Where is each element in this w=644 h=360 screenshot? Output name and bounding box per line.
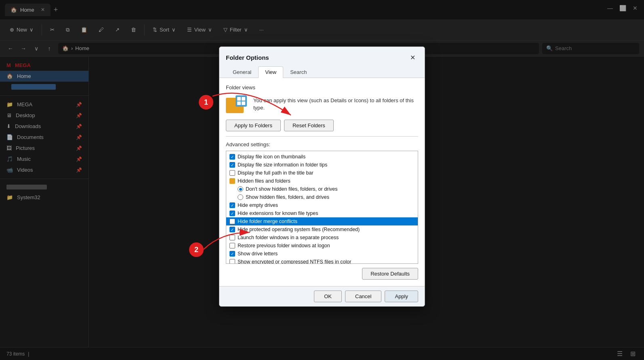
- settings-item-label: Hide folder merge conflicts: [238, 219, 297, 224]
- settings-item-label: Hidden files and folders: [238, 178, 290, 184]
- settings-item-label: Hide extensions for known file types: [238, 211, 318, 216]
- folder-views-desc: You can apply this view (such as Details…: [253, 97, 418, 112]
- checkbox-icon: ✓: [229, 251, 235, 257]
- settings-item-label: Launch folder windows in a separate proc…: [238, 235, 339, 240]
- tab-general[interactable]: General: [226, 66, 258, 78]
- cancel-btn[interactable]: Cancel: [345, 291, 381, 302]
- checkbox-icon: [229, 219, 235, 224]
- restore-defaults-btn[interactable]: Restore Defaults: [362, 268, 418, 280]
- settings-item-label: Restore previous folder windows at logon: [238, 243, 330, 248]
- tab-search[interactable]: Search: [283, 66, 314, 78]
- checkbox-icon: ✓: [229, 162, 235, 168]
- settings-item-label: Show drive letters: [238, 251, 278, 257]
- settings-item[interactable]: Display the full path in the title bar: [226, 169, 418, 177]
- settings-item[interactable]: Show encrypted or compressed NTFS files …: [226, 258, 418, 264]
- settings-item[interactable]: ✓Hide protected operating system files (…: [226, 225, 418, 234]
- settings-item[interactable]: Don't show hidden files, folders, or dri…: [226, 185, 418, 193]
- settings-item-label: Show encrypted or compressed NTFS files …: [238, 259, 351, 264]
- checkbox-icon: ✓: [229, 154, 235, 160]
- dialog-title: Folder Options: [226, 54, 269, 61]
- folder-icon-grid: [236, 95, 247, 107]
- settings-item[interactable]: Hidden files and folders: [226, 177, 418, 185]
- settings-item[interactable]: Launch folder windows in a separate proc…: [226, 234, 418, 242]
- dialog-tabs: General View Search: [219, 63, 425, 78]
- checkbox-icon: ✓: [229, 227, 235, 232]
- reset-folders-btn[interactable]: Reset Folders: [284, 120, 334, 131]
- settings-item-label: Display file icon on thumbnails: [238, 154, 305, 160]
- settings-item[interactable]: Show hidden files, folders, and drives: [226, 193, 418, 201]
- settings-list[interactable]: ✓Display file icon on thumbnails✓Display…: [226, 151, 418, 264]
- apply-btn[interactable]: Apply: [385, 291, 418, 302]
- folder-views-row: You can apply this view (such as Details…: [226, 95, 418, 113]
- checkbox-icon: ✓: [229, 202, 235, 208]
- settings-item[interactable]: ✓Display file icon on thumbnails: [226, 153, 418, 161]
- settings-container: ✓Display file icon on thumbnails✓Display…: [226, 151, 418, 264]
- checkbox-icon: [229, 235, 235, 240]
- settings-item-label: Don't show hidden files, folders, or dri…: [246, 186, 338, 192]
- settings-item[interactable]: ✓Hide empty drives: [226, 201, 418, 209]
- dialog-content: Folder views You can apply this view (su…: [219, 78, 425, 286]
- settings-item-label: Display the full path in the title bar: [238, 170, 314, 176]
- folder-views-buttons: Apply to Folders Reset Folders: [226, 120, 418, 131]
- tab-view[interactable]: View: [258, 66, 283, 78]
- settings-item[interactable]: Restore previous folder windows at logon: [226, 242, 418, 250]
- dialog-titlebar: Folder Options ✕: [219, 47, 425, 63]
- checkbox-icon: ✓: [229, 211, 235, 216]
- radio-icon: [238, 194, 243, 200]
- checkbox-icon: [229, 170, 235, 176]
- settings-item[interactable]: ✓Hide extensions for known file types: [226, 209, 418, 217]
- settings-item-label: Display file size information in folder …: [238, 162, 327, 168]
- folder-options-dialog: Folder Options ✕ General View Search Fol…: [219, 46, 425, 307]
- settings-item-label: Hide protected operating system files (R…: [238, 227, 360, 232]
- settings-item-label: Hide empty drives: [238, 202, 278, 208]
- folder-views-label: Folder views: [226, 84, 418, 91]
- dialog-footer: OK Cancel Apply: [219, 286, 425, 306]
- settings-item-label: Show hidden files, folders, and drives: [246, 194, 329, 200]
- settings-item[interactable]: ✓Display file size information in folder…: [226, 161, 418, 169]
- checkbox-icon: [229, 259, 235, 264]
- apply-to-folders-btn[interactable]: Apply to Folders: [226, 120, 281, 131]
- restore-defaults-row: Restore Defaults: [226, 268, 418, 280]
- folder-icon-preview: [226, 95, 247, 113]
- ok-btn[interactable]: OK: [314, 291, 342, 302]
- checkbox-icon: [229, 243, 235, 248]
- folder-small-icon: [229, 178, 235, 184]
- dialog-close-btn[interactable]: ✕: [407, 52, 418, 63]
- settings-item[interactable]: Hide folder merge conflicts: [226, 217, 418, 225]
- section-divider: [226, 136, 418, 137]
- settings-item[interactable]: ✓Show drive letters: [226, 250, 418, 258]
- advanced-label: Advanced settings:: [226, 141, 418, 147]
- radio-icon: [238, 186, 243, 192]
